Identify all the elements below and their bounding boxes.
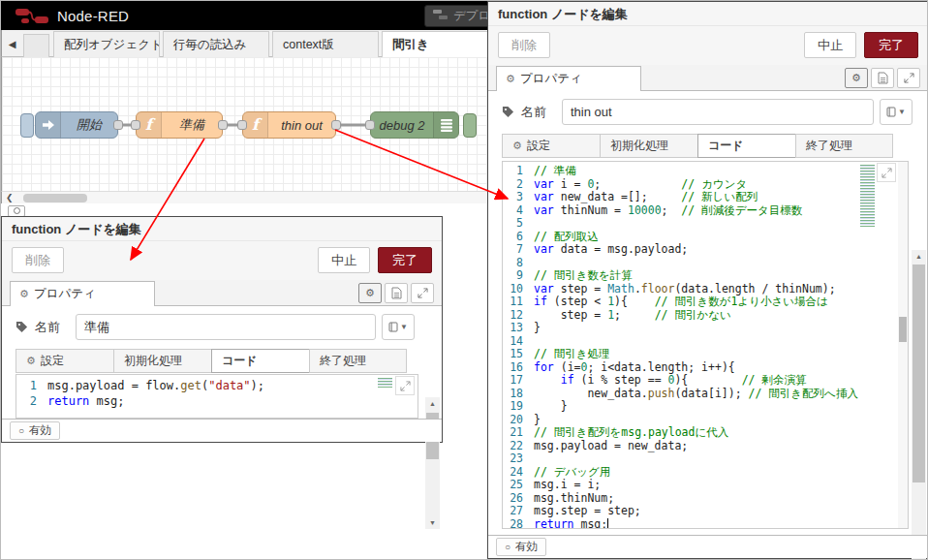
name-field-label: 名前 — [502, 104, 562, 121]
flow-node-debug[interactable]: debug 2 — [370, 111, 459, 139]
description-button[interactable] — [871, 68, 894, 88]
scroll-up-icon[interactable]: ▲ — [912, 250, 926, 263]
dialog-tabrow: ⚙プロパティ ⚙ — [2, 280, 442, 306]
dialog-title: function ノードを編集 — [488, 2, 928, 26]
code-line: 24// デバッグ用 — [503, 466, 908, 480]
function-editor-tabs: ⚙設定初期化処理コード終了処理 — [15, 349, 407, 373]
dialog-toolbar: 削除 中止 完了 — [2, 241, 442, 280]
properties-gear-button[interactable]: ⚙ — [358, 283, 382, 303]
tab-scroll-left-icon: ◀ — [9, 39, 16, 49]
name-field-label: 名前 — [15, 319, 76, 336]
editor-vscrollbar-thumb[interactable] — [899, 317, 907, 342]
tab-properties[interactable]: ⚙プロパティ — [496, 66, 641, 91]
partial-flow-tab[interactable] — [23, 34, 49, 57]
dialog-vscrollbar[interactable]: ▲ ▼ — [425, 397, 440, 529]
flow-tab-1[interactable]: 配列オブジェクトへ — [53, 31, 160, 57]
code-line: 19 } — [503, 400, 908, 414]
cancel-button[interactable]: 中止 — [804, 32, 856, 58]
delete-button[interactable]: 削除 — [12, 247, 64, 273]
library-button[interactable]: ▼ — [880, 99, 913, 125]
code-line: 2return msg; — [16, 393, 418, 409]
screenshot-root: Node-RED デプロイ ◀ 配列オブジェクトへ行毎の読込みcontext版間… — [0, 0, 928, 560]
node-input-port[interactable] — [131, 120, 140, 130]
flow-node-thin-out[interactable]: f thin out — [242, 111, 336, 139]
node-red-logo-icon — [15, 6, 49, 25]
flow-tab-2[interactable]: 行毎の読込み — [163, 31, 269, 57]
code-line: 11if (step < 1){ // 間引き数が1より小さい場合は — [503, 296, 908, 309]
edit-dialog-junbi: function ノードを編集 削除 中止 完了 ⚙プロパティ ⚙ 名前 — [1, 216, 443, 443]
code-line: 22msg.payload = new_data; — [503, 440, 908, 453]
editor-tab-1[interactable]: ⚙設定 — [502, 134, 600, 158]
flow-node-junbi[interactable]: f 準備 — [136, 111, 223, 139]
dialog-vscrollbar[interactable]: ▲ ▼ — [912, 250, 926, 560]
expand-icon — [882, 168, 892, 178]
flow-tabs: 配列オブジェクトへ行毎の読込みcontext版間引き — [53, 31, 488, 57]
appearance-button[interactable] — [411, 283, 434, 303]
scroll-down-icon[interactable]: ▼ — [425, 516, 440, 529]
node-output-port[interactable] — [331, 120, 341, 130]
vscrollbar-thumb[interactable] — [913, 264, 925, 482]
editor-tab-4[interactable]: 終了処理 — [795, 134, 893, 158]
hscrollbar-thumb[interactable] — [23, 194, 87, 202]
workspace-hscrollbar[interactable]: ❮ — [1, 191, 488, 203]
minimap — [378, 378, 392, 388]
editor-tab-3[interactable]: コード — [697, 134, 795, 158]
editor-expand-button[interactable] — [877, 163, 896, 182]
gear-icon: ⚙ — [506, 73, 515, 84]
name-input[interactable] — [76, 314, 376, 340]
name-input[interactable] — [562, 99, 874, 125]
library-button[interactable]: ▼ — [382, 314, 415, 340]
scroll-up-icon[interactable]: ▲ — [425, 397, 440, 410]
editor-expand-button[interactable] — [395, 376, 415, 395]
node-output-port[interactable] — [218, 120, 228, 130]
editor-tab-1[interactable]: ⚙設定 — [15, 349, 113, 373]
code-editor[interactable]: 1// 準備2var i = 0; // カウンタ3var new_data =… — [502, 161, 909, 529]
tab-scroll-left-button[interactable]: ◀ — [4, 33, 20, 55]
flow-tab-3[interactable]: context版 — [272, 31, 379, 57]
debug-toggle-button[interactable] — [463, 113, 477, 138]
tab-properties[interactable]: ⚙プロパティ — [10, 281, 155, 306]
editor-vscrollbar[interactable] — [898, 162, 908, 528]
node-label: thin out — [268, 112, 335, 138]
flow-tab-4[interactable]: 間引き — [382, 31, 488, 57]
doc-icon — [878, 72, 888, 84]
editor-tab-2[interactable]: 初期化処理 — [600, 134, 697, 158]
caret-down-icon: ▼ — [898, 108, 906, 116]
node-input-port[interactable] — [237, 120, 247, 130]
properties-gear-button[interactable]: ⚙ — [845, 68, 868, 88]
delete-button[interactable]: 削除 — [498, 32, 550, 58]
node-input-port[interactable] — [365, 120, 375, 130]
editor-tab-2[interactable]: 初期化処理 — [113, 349, 211, 373]
code-line: 2var i = 0; // カウンタ — [503, 178, 908, 192]
flow-workspace[interactable]: 開始 f 準備 f thin out debug 2 — [1, 57, 488, 191]
code-lines: 1msg.payload = flow.get("data");2return … — [16, 378, 418, 409]
done-button[interactable]: 完了 — [378, 247, 432, 273]
gear-icon: ⚙ — [19, 288, 29, 299]
gear-icon: ⚙ — [365, 287, 375, 299]
editor-tab-4[interactable]: 終了処理 — [309, 349, 407, 373]
code-editor[interactable]: 1msg.payload = flow.get("data");2return … — [15, 374, 418, 419]
dialog-toolbar: 削除 中止 完了 — [488, 26, 928, 65]
node-output-port[interactable] — [113, 120, 123, 130]
cancel-button[interactable]: 中止 — [318, 247, 370, 273]
nodered-window: Node-RED デプロイ ◀ 配列オブジェクトへ行毎の読込みcontext版間… — [1, 1, 488, 217]
appearance-button[interactable] — [897, 68, 920, 88]
deploy-button[interactable]: デプロイ — [424, 5, 488, 27]
code-line: 26msg.thinNum; — [503, 492, 908, 506]
description-button[interactable] — [385, 283, 408, 303]
expand-icon — [418, 288, 428, 298]
inject-trigger-button[interactable] — [20, 113, 34, 138]
editor-tab-3[interactable]: コード — [211, 349, 309, 373]
flow-node-inject[interactable]: 開始 — [35, 111, 118, 139]
done-button[interactable]: 完了 — [864, 32, 918, 58]
code-line: 23 — [503, 452, 908, 466]
enabled-toggle-button[interactable]: ○ 有効 — [496, 538, 546, 556]
enabled-label: 有効 — [515, 540, 538, 554]
enabled-toggle-button[interactable]: ○ 有効 — [10, 421, 60, 440]
code-lines: 1// 準備2var i = 0; // カウンタ3var new_data =… — [503, 165, 908, 529]
zoom-reset-circle-icon — [14, 207, 20, 214]
inject-arrow-icon — [36, 112, 61, 138]
flow-tabbar: ◀ 配列オブジェクトへ行毎の読込みcontext版間引き — [1, 30, 488, 57]
enabled-label: 有効 — [29, 423, 51, 438]
nodered-header: Node-RED デプロイ — [1, 1, 488, 30]
